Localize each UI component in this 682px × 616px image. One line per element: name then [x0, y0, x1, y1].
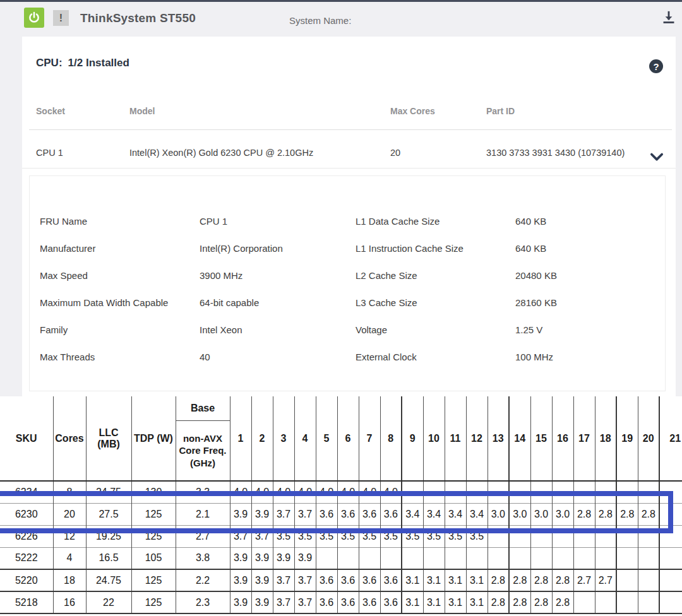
help-button[interactable]: ?: [649, 59, 663, 73]
cell-model: Intel(R) Xeon(R) Gold 6230 CPU @ 2.10GHz: [129, 148, 313, 158]
spec-cell-freq-14: [509, 481, 530, 503]
spec-cell-freq-11: 3.5: [445, 525, 466, 547]
spec-cell-freq-17: 2.7: [573, 569, 595, 591]
spec-header-core-12: 12: [466, 396, 488, 481]
spec-cell-freq-14: 2.8: [509, 569, 530, 591]
spec-cell-freq-7: 3.6: [359, 569, 380, 591]
chevron-down-icon[interactable]: [648, 148, 666, 165]
spec-cell-freq-1: 3.9: [230, 569, 251, 591]
detail-value: 64-bit capable: [200, 289, 259, 316]
spec-cell-freq-15: 2.8: [530, 569, 552, 591]
app-header-bar: ! ThinkSystem ST550 System Name:: [0, 2, 682, 37]
spec-cell-freq-3: 3.7: [273, 591, 294, 613]
spec-cell-llc: 24.75: [86, 481, 131, 503]
spec-cell-freq-15: [530, 547, 552, 569]
cpu-heading-value: 1/2 Installed: [68, 57, 129, 69]
alert-button[interactable]: !: [53, 10, 69, 26]
spec-cell-tdp: 125: [131, 569, 176, 591]
detail-value: 1.25 V: [515, 316, 542, 343]
system-name-label: System Name:: [289, 15, 351, 26]
spec-cell-tdp: 130: [131, 481, 176, 503]
spec-cell-freq-18: 2.7: [595, 569, 616, 591]
spec-cell-freq-16: 3.0: [552, 503, 573, 525]
spec-cell-llc: 16.5: [86, 547, 131, 569]
spec-cell-tdp: 105: [131, 547, 176, 569]
spec-cell-freq-20: [638, 481, 659, 503]
spec-cell-base: 2.2: [176, 569, 230, 591]
spec-header-core-17: 17: [573, 396, 595, 481]
spec-cell-freq-3: 3.7: [273, 569, 294, 591]
spec-cell-freq-19: [616, 481, 638, 503]
detail-row: FamilyIntel XeonVoltage1.25 V: [30, 316, 665, 343]
detail-label: L1 Data Cache Size: [356, 208, 440, 235]
spec-header-core-10: 10: [423, 396, 445, 481]
detail-value: Intel Xeon: [200, 316, 242, 343]
spec-cell-freq-15: 3.0: [530, 503, 552, 525]
spec-cell-freq-19: [616, 525, 638, 547]
spec-cell-cores: 18: [53, 569, 86, 591]
spec-cell-freq-10: 3.4: [423, 503, 445, 525]
cpu-table-row[interactable]: CPU 1 Intel(R) Xeon(R) Gold 6230 CPU @ 2…: [22, 138, 676, 167]
spec-cell-freq-16: [552, 547, 573, 569]
spec-cell-freq-21: [659, 569, 682, 591]
spec-cell-freq-10: 3.1: [423, 569, 445, 591]
spec-cell-freq-10: [423, 481, 445, 503]
spec-cell-freq-19: [616, 547, 638, 569]
spec-cell-freq-2: 3.9: [251, 547, 273, 569]
spec-row-6226: 62261219.251252.73.73.73.53.53.53.53.53.…: [0, 525, 682, 547]
spec-cell-freq-1: 3.9: [230, 503, 251, 525]
spec-header-sku: SKU: [0, 396, 53, 481]
spec-row-6234: 6234824.751303.34.04.04.04.04.04.04.04.0: [0, 481, 682, 503]
spec-cell-freq-5: 3.6: [316, 591, 337, 613]
spec-cell-freq-7: 4.0: [359, 481, 380, 503]
spec-cell-freq-17: [573, 547, 595, 569]
detail-label: L2 Cache Size: [356, 262, 417, 289]
spec-header-tdp: TDP (W): [131, 396, 176, 481]
spec-cell-freq-8: 4.0: [380, 481, 402, 503]
spec-header-llc: LLC (MB): [86, 396, 131, 481]
spec-cell-freq-5: 3.6: [316, 569, 337, 591]
spec-cell-freq-19: [616, 591, 638, 613]
spec-header-nonavx: non-AVX Core Freq. (GHz): [176, 420, 230, 481]
spec-header-core-6: 6: [337, 396, 359, 481]
spec-cell-freq-12: 3.5: [466, 525, 488, 547]
spec-cell-llc: 19.25: [86, 525, 131, 547]
spec-cell-freq-20: [638, 591, 659, 613]
spec-cell-freq-21: [659, 481, 682, 503]
spec-cell-freq-7: 3.6: [359, 591, 380, 613]
spec-cell-freq-17: 2.8: [573, 503, 595, 525]
cpu-table-header: Socket Model Max Cores Part ID: [22, 106, 676, 125]
spec-cell-freq-8: 3.5: [380, 525, 402, 547]
power-button[interactable]: [24, 8, 44, 28]
spec-header-cores: Cores: [53, 396, 86, 481]
spec-header-core-19: 19: [616, 396, 638, 481]
detail-label: External Clock: [356, 343, 417, 370]
spec-header-core-11: 11: [445, 396, 466, 481]
spec-cell-freq-6: 3.6: [337, 569, 359, 591]
page-right-gutter: [676, 37, 682, 396]
spec-cell-freq-14: 3.0: [509, 503, 530, 525]
spec-cell-freq-17: [573, 481, 595, 503]
spec-cell-tdp: 125: [131, 503, 176, 525]
download-button[interactable]: [661, 10, 677, 27]
spec-cell-freq-1: 3.9: [230, 547, 251, 569]
spec-cell-freq-14: [509, 547, 530, 569]
spec-cell-freq-13: [488, 525, 509, 547]
spec-cell-freq-20: 2.8: [638, 503, 659, 525]
row-divider: [22, 168, 676, 169]
spec-cell-freq-2: 3.9: [251, 503, 273, 525]
spec-cell-freq-6: 3.6: [337, 591, 359, 613]
spec-cell-llc: 24.75: [86, 569, 131, 591]
spec-header-core-21: 21: [659, 396, 682, 481]
spec-header-core-4: 4: [294, 396, 316, 481]
header-divider: [29, 129, 672, 130]
spec-cell-freq-4: 3.7: [294, 591, 316, 613]
spec-cell-freq-14: 2.8: [509, 591, 530, 613]
spec-cell-freq-13: 2.8: [488, 569, 509, 591]
spec-cell-sku: 5218: [0, 591, 53, 613]
spec-cell-freq-7: 3.6: [359, 503, 380, 525]
spec-cell-freq-1: 3.7: [230, 525, 251, 547]
spec-cell-base: 2.3: [176, 591, 230, 613]
spec-cell-freq-5: 3.6: [316, 503, 337, 525]
cell-max-cores: 20: [390, 148, 400, 158]
